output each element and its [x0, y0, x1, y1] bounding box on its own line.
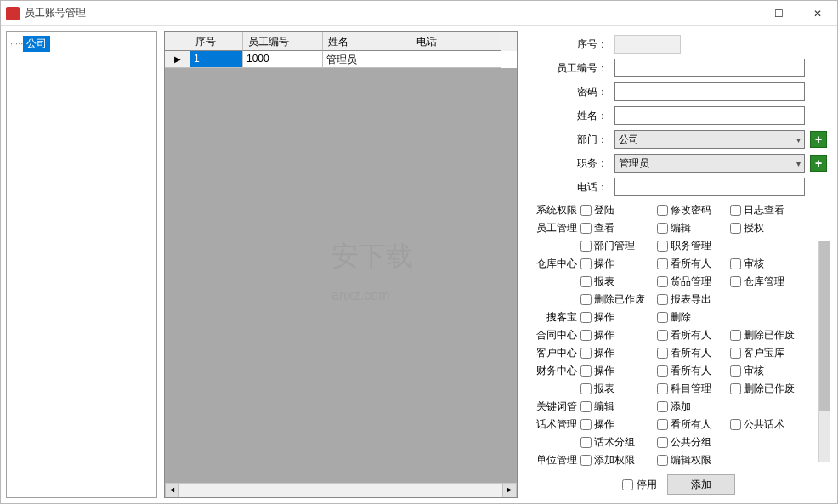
perm-checkbox[interactable] — [657, 241, 668, 252]
perm-checkbox[interactable] — [580, 437, 592, 448]
perm-item[interactable]: 仓库管理 — [730, 275, 807, 289]
perm-vscrollbar[interactable] — [818, 241, 830, 462]
perm-item[interactable]: 公共话术 — [730, 417, 807, 432]
perm-checkbox[interactable] — [657, 419, 668, 430]
perm-item[interactable]: 科目管理 — [657, 382, 730, 396]
perm-item[interactable]: 添加 — [657, 399, 730, 414]
perm-item[interactable]: 话术分组 — [580, 435, 657, 450]
perm-checkbox[interactable] — [657, 276, 668, 287]
perm-checkbox[interactable] — [657, 223, 668, 234]
table-row[interactable]: ▶ 1 1000 管理员 — [165, 51, 517, 68]
perm-checkbox[interactable] — [657, 437, 668, 448]
phone-field[interactable] — [614, 178, 805, 196]
perm-checkbox[interactable] — [657, 258, 668, 269]
perm-item[interactable]: 职务管理 — [657, 239, 730, 253]
perm-checkbox[interactable] — [580, 330, 592, 341]
col-header-empno[interactable]: 员工编号 — [243, 32, 323, 51]
perm-checkbox[interactable] — [580, 312, 592, 323]
perm-item[interactable]: 看所有人 — [657, 346, 730, 360]
perm-item[interactable]: 报表 — [580, 275, 657, 289]
perm-item[interactable]: 部门管理 — [580, 239, 657, 253]
perm-item[interactable]: 操作 — [580, 346, 657, 360]
perm-checkbox[interactable] — [657, 348, 668, 359]
perm-item[interactable]: 看所有人 — [657, 364, 730, 378]
password-field[interactable] — [614, 82, 805, 101]
perm-item[interactable]: 审核 — [730, 364, 807, 378]
employee-grid[interactable]: 序号 员工编号 姓名 电话 ▶ 1 1000 管理员 ◄ — [164, 31, 518, 498]
perm-checkbox[interactable] — [657, 205, 668, 216]
perm-item[interactable]: 编辑 — [580, 399, 657, 414]
perm-item[interactable]: 日志查看 — [730, 203, 807, 218]
perm-checkbox[interactable] — [580, 205, 592, 216]
perm-item[interactable]: 修改密码 — [657, 203, 730, 218]
perm-item[interactable]: 删除 — [657, 310, 730, 325]
perm-checkbox[interactable] — [657, 365, 668, 377]
perm-item[interactable]: 公共分组 — [657, 435, 730, 450]
perm-checkbox[interactable] — [730, 419, 741, 430]
perm-checkbox[interactable] — [580, 241, 592, 252]
add-role-button[interactable]: + — [810, 155, 827, 172]
perm-checkbox[interactable] — [580, 455, 592, 466]
cell-phone[interactable] — [411, 51, 501, 68]
perm-checkbox[interactable] — [657, 294, 668, 305]
perm-item[interactable]: 编辑 — [657, 221, 730, 235]
maximize-button[interactable]: ☐ — [759, 1, 798, 26]
perm-checkbox[interactable] — [580, 276, 592, 287]
perm-checkbox[interactable] — [580, 258, 592, 269]
cell-name[interactable]: 管理员 — [323, 51, 411, 68]
perm-item[interactable]: 操作 — [580, 364, 657, 378]
perm-checkbox[interactable] — [580, 348, 592, 359]
perm-item[interactable]: 客户宝库 — [730, 346, 807, 360]
perm-checkbox[interactable] — [730, 258, 741, 269]
perm-checkbox[interactable] — [730, 205, 741, 216]
perm-item[interactable]: 操作 — [580, 310, 657, 325]
perm-checkbox[interactable] — [580, 383, 592, 394]
role-select[interactable]: 管理员 ▾ — [614, 154, 805, 173]
perm-item[interactable]: 删除已作废 — [730, 382, 807, 396]
perm-checkbox[interactable] — [730, 383, 741, 394]
perm-item[interactable]: 报表导出 — [657, 292, 730, 307]
perm-item[interactable]: 授权 — [730, 221, 807, 235]
row-selector-icon[interactable]: ▶ — [165, 51, 190, 68]
perm-item[interactable]: 删除已作废 — [580, 292, 657, 307]
perm-item[interactable]: 编辑权限 — [657, 453, 730, 467]
perm-checkbox[interactable] — [657, 455, 668, 466]
perm-item[interactable]: 看所有人 — [657, 328, 730, 343]
perm-checkbox[interactable] — [657, 312, 668, 323]
name-field[interactable] — [614, 106, 805, 125]
close-button[interactable]: ✕ — [798, 1, 837, 26]
perm-item[interactable]: 看所有人 — [657, 257, 730, 271]
cell-seq[interactable]: 1 — [190, 51, 243, 68]
perm-item[interactable]: 添加权限 — [580, 453, 657, 467]
perm-item[interactable]: 报表 — [580, 382, 657, 396]
perm-checkbox[interactable] — [730, 348, 741, 359]
perm-item[interactable]: 看所有人 — [657, 417, 730, 432]
grid-hscrollbar[interactable]: ◄ ► — [165, 483, 517, 497]
perm-checkbox[interactable] — [580, 419, 592, 430]
col-header-seq[interactable]: 序号 — [190, 32, 243, 51]
perm-checkbox[interactable] — [730, 330, 741, 341]
cell-empno[interactable]: 1000 — [243, 51, 323, 68]
perm-item[interactable]: 查看 — [580, 221, 657, 235]
perm-checkbox[interactable] — [730, 223, 741, 234]
col-header-phone[interactable]: 电话 — [411, 32, 501, 51]
dept-select[interactable]: 公司 ▾ — [614, 130, 805, 149]
add-dept-button[interactable]: + — [810, 131, 827, 148]
perm-item[interactable]: 货品管理 — [657, 275, 730, 289]
perm-checkbox[interactable] — [580, 223, 592, 234]
perm-checkbox[interactable] — [730, 276, 741, 287]
scroll-right-icon[interactable]: ► — [502, 484, 517, 498]
department-tree[interactable]: ·····公司 — [6, 31, 157, 498]
perm-item[interactable]: 操作 — [580, 257, 657, 271]
perm-checkbox[interactable] — [657, 401, 668, 412]
perm-checkbox[interactable] — [657, 383, 668, 394]
perm-checkbox[interactable] — [580, 365, 592, 377]
perm-item[interactable]: 操作 — [580, 417, 657, 432]
perm-checkbox[interactable] — [580, 401, 592, 412]
disable-checkbox[interactable]: 停用 — [622, 478, 657, 492]
empno-field[interactable] — [614, 59, 805, 77]
perm-checkbox[interactable] — [730, 365, 741, 377]
col-header-name[interactable]: 姓名 — [323, 32, 411, 51]
scroll-left-icon[interactable]: ◄ — [165, 484, 179, 498]
perm-item[interactable]: 登陆 — [580, 203, 657, 218]
